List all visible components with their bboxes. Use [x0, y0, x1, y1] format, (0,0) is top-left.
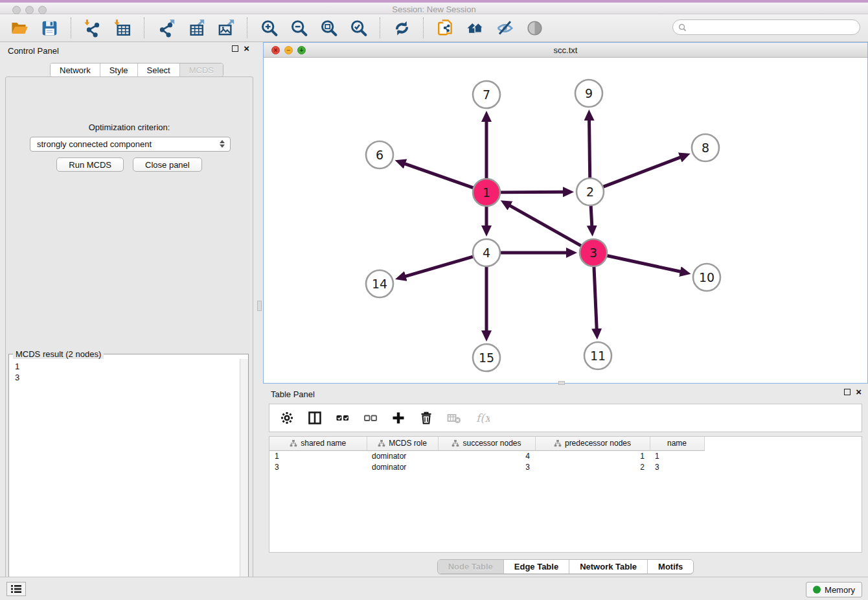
- column-header-shared-name[interactable]: shared name: [269, 437, 367, 450]
- table-cell[interactable]: 2: [535, 461, 650, 472]
- table-cell[interactable]: 4: [438, 450, 535, 461]
- table-panel: Table Panel × f(x) shared name MCDS role…: [263, 386, 868, 577]
- graph-node-11[interactable]: 11: [584, 342, 611, 369]
- node-label: 8: [702, 141, 709, 155]
- column-header-name[interactable]: name: [650, 437, 704, 450]
- control-panel-tabbar: NetworkStyleSelectMCDS: [50, 63, 223, 77]
- table-cell[interactable]: 3: [650, 461, 704, 472]
- table-cell[interactable]: 3: [269, 461, 367, 472]
- mcds-result-text[interactable]: 13: [10, 359, 239, 600]
- table-row[interactable]: 3dominator323: [269, 461, 704, 472]
- toolbar-divider: [423, 17, 424, 38]
- attribute-tree-icon: [290, 439, 297, 447]
- tab-motifs[interactable]: Motifs: [648, 560, 693, 573]
- network-canvas[interactable]: 7968124314101511: [264, 58, 867, 383]
- table-cell[interactable]: dominator: [367, 450, 438, 461]
- hide-panels-icon[interactable]: [494, 17, 515, 38]
- open-file-icon[interactable]: [9, 17, 30, 38]
- memory-button-label: Memory: [825, 585, 855, 595]
- search-input[interactable]: [690, 23, 854, 32]
- column-label: predecessor nodes: [565, 439, 631, 448]
- split-columns-icon[interactable]: [306, 410, 323, 426]
- deselect-all-checkboxes-icon[interactable]: [362, 410, 379, 426]
- column-label: shared name: [301, 439, 346, 448]
- table-panel-float-icon[interactable]: [844, 389, 851, 395]
- run-mcds-button[interactable]: Run MCDS: [56, 157, 124, 172]
- settings-gear-icon[interactable]: [279, 410, 295, 426]
- control-panel-close-icon[interactable]: ×: [244, 45, 249, 52]
- import-table-icon[interactable]: [112, 17, 133, 38]
- export-image-icon[interactable]: [215, 17, 236, 38]
- horizontal-splitter-handle[interactable]: [558, 381, 565, 385]
- search-box[interactable]: [672, 19, 860, 35]
- graph-node-4[interactable]: 4: [473, 239, 500, 266]
- graph-node-6[interactable]: 6: [366, 141, 393, 168]
- graph-node-2[interactable]: 2: [577, 178, 604, 205]
- graph-node-10[interactable]: 10: [693, 264, 720, 291]
- edge-3-1[interactable]: [510, 205, 582, 246]
- table-cell[interactable]: 1: [650, 450, 704, 461]
- control-panel-float-icon[interactable]: [232, 45, 238, 52]
- close-panel-button[interactable]: Close panel: [133, 157, 202, 172]
- result-scrollbar[interactable]: [240, 359, 248, 600]
- vertical-splitter-handle[interactable]: [257, 301, 262, 311]
- edge-1-2[interactable]: [499, 192, 564, 192]
- save-icon[interactable]: [39, 17, 60, 38]
- control-tab-network[interactable]: Network: [51, 63, 100, 76]
- control-tab-mcds[interactable]: MCDS: [180, 63, 223, 76]
- export-network-icon[interactable]: [155, 17, 176, 38]
- table-panel-close-icon[interactable]: ×: [856, 389, 862, 395]
- graph-node-1[interactable]: 1: [473, 179, 500, 206]
- table-cell[interactable]: 3: [438, 461, 535, 472]
- select-all-checkboxes-icon[interactable]: [334, 410, 351, 426]
- share-file-icon[interactable]: [435, 17, 455, 38]
- control-tab-style[interactable]: Style: [100, 63, 138, 76]
- table-row[interactable]: 1dominator411: [269, 450, 704, 461]
- add-row-icon[interactable]: [390, 410, 407, 426]
- edge-2-3[interactable]: [591, 205, 592, 226]
- table-cell[interactable]: 1: [269, 450, 367, 461]
- edge-3-10[interactable]: [606, 255, 681, 271]
- delete-row-icon[interactable]: [418, 410, 435, 426]
- refresh-icon[interactable]: [391, 17, 412, 38]
- graph-node-14[interactable]: 14: [366, 270, 393, 297]
- export-table-icon[interactable]: [185, 17, 206, 38]
- column-label: MCDS role: [389, 439, 427, 448]
- status-bar: Memory: [0, 577, 868, 600]
- tab-network-table[interactable]: Network Table: [569, 560, 648, 573]
- column-header-successor-nodes[interactable]: successor nodes: [438, 437, 535, 450]
- control-tab-select[interactable]: Select: [138, 63, 180, 76]
- mcds-result-legend: MCDS result (2 nodes): [13, 349, 104, 359]
- svg-text:f(x): f(x): [476, 411, 490, 424]
- graph-node-3[interactable]: 3: [580, 239, 607, 266]
- tab-node-table[interactable]: Node Table: [438, 560, 504, 573]
- tab-edge-table[interactable]: Edge Table: [504, 560, 569, 573]
- zoom-selected-icon[interactable]: [348, 17, 369, 38]
- criterion-dropdown-value: strongly connected component: [37, 139, 152, 149]
- network-window-titlebar: × − + scc.txt: [264, 43, 867, 58]
- eye-icon[interactable]: [524, 17, 545, 38]
- column-header-predecessor-nodes[interactable]: predecessor nodes: [535, 437, 650, 450]
- import-network-icon[interactable]: [82, 17, 103, 38]
- homes-icon[interactable]: [464, 17, 485, 38]
- node-label: 1: [483, 185, 490, 200]
- memory-button[interactable]: Memory: [806, 582, 862, 597]
- zoom-out-icon[interactable]: [288, 17, 309, 38]
- edge-4-14[interactable]: [405, 257, 474, 277]
- function-builder-icon: f(x): [474, 410, 490, 426]
- criterion-dropdown[interactable]: strongly connected component: [30, 137, 231, 152]
- table-cell[interactable]: 1: [535, 450, 650, 461]
- graph-node-15[interactable]: 15: [473, 344, 500, 371]
- edge-3-11[interactable]: [594, 266, 597, 329]
- zoom-in-icon[interactable]: [258, 17, 279, 38]
- graph-node-7[interactable]: 7: [473, 81, 500, 108]
- edge-2-9[interactable]: [589, 120, 590, 179]
- graph-node-9[interactable]: 9: [575, 80, 602, 107]
- edge-2-8[interactable]: [602, 157, 681, 187]
- edge-1-6[interactable]: [405, 164, 474, 189]
- task-history-button[interactable]: [6, 582, 26, 596]
- table-cell[interactable]: dominator: [367, 461, 438, 472]
- graph-node-8[interactable]: 8: [692, 134, 719, 161]
- zoom-fit-icon[interactable]: [318, 17, 339, 38]
- column-header-MCDS-role[interactable]: MCDS role: [367, 437, 438, 450]
